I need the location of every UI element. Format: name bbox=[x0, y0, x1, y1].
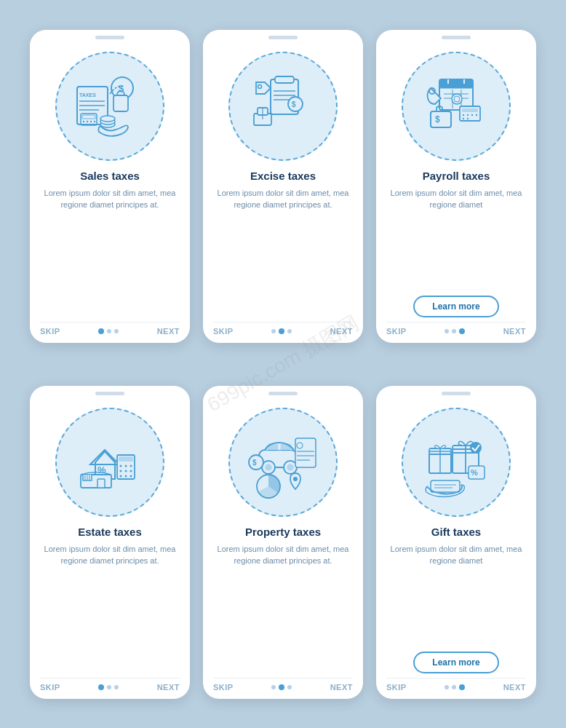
svg-rect-39 bbox=[462, 108, 478, 112]
svg-point-48 bbox=[452, 94, 462, 104]
svg-point-10 bbox=[94, 120, 95, 122]
sales-taxes-next[interactable]: NEXT bbox=[157, 327, 180, 336]
svg-point-58 bbox=[120, 470, 122, 472]
svg-rect-18 bbox=[275, 76, 294, 83]
property-taxes-desc: Lorem ipsum dolor sit dim amet, mea regi… bbox=[213, 543, 353, 672]
card-gift-taxes: % Gift taxes Lorem ipsum dolor sit dim a… bbox=[376, 386, 536, 699]
estate-taxes-skip[interactable]: SKIP bbox=[40, 683, 60, 692]
dot-2 bbox=[279, 328, 284, 334]
excise-taxes-skip[interactable]: SKIP bbox=[213, 327, 234, 336]
payroll-taxes-desc: Lorem ipsum dolor sit dim amet, mea regi… bbox=[386, 187, 526, 290]
svg-rect-96 bbox=[431, 480, 460, 492]
svg-point-8 bbox=[87, 120, 88, 122]
svg-text:%: % bbox=[471, 468, 478, 477]
svg-point-41 bbox=[467, 114, 469, 115]
svg-rect-13 bbox=[113, 95, 128, 111]
sales-taxes-dots bbox=[98, 328, 119, 334]
dot-1 bbox=[445, 329, 449, 333]
svg-point-7 bbox=[83, 120, 84, 122]
gift-taxes-icon-area: % bbox=[402, 408, 511, 517]
excise-taxes-desc: Lorem ipsum dolor sit dim amet, mea regi… bbox=[213, 187, 353, 316]
svg-point-63 bbox=[130, 475, 132, 477]
excise-taxes-icon-area: $ bbox=[228, 52, 338, 161]
excise-taxes-dots bbox=[271, 328, 292, 334]
svg-point-93 bbox=[470, 442, 482, 454]
svg-point-9 bbox=[90, 120, 92, 122]
svg-point-42 bbox=[471, 114, 473, 115]
gift-taxes-next[interactable]: NEXT bbox=[503, 683, 526, 692]
estate-taxes-desc: Lorem ipsum dolor sit dim amet, mea regi… bbox=[40, 543, 180, 672]
svg-rect-46 bbox=[431, 111, 451, 127]
estate-taxes-icon-area: % bbox=[55, 408, 164, 517]
payroll-learn-more-button[interactable]: Learn more bbox=[413, 296, 498, 317]
excise-taxes-footer: SKIP NEXT bbox=[213, 322, 353, 336]
payroll-taxes-dots bbox=[445, 328, 465, 334]
sales-taxes-desc: Lorem ipsum dolor sit dim amet, mea regi… bbox=[40, 187, 180, 316]
sales-taxes-skip[interactable]: SKIP bbox=[40, 327, 60, 336]
gift-taxes-desc: Lorem ipsum dolor sit dim amet, mea regi… bbox=[386, 543, 526, 646]
svg-text:$: $ bbox=[292, 100, 296, 108]
card-estate-taxes: % Estate taxes Lorem ipsum dolor s bbox=[30, 386, 190, 699]
svg-text:TAXES: TAXES bbox=[79, 92, 96, 98]
sales-taxes-footer: SKIP NEXT bbox=[40, 322, 180, 336]
svg-point-75 bbox=[287, 464, 293, 470]
dot-3 bbox=[114, 685, 119, 689]
property-taxes-icon-area: $ bbox=[228, 408, 338, 517]
estate-taxes-footer: SKIP NEXT bbox=[40, 678, 180, 692]
property-taxes-skip[interactable]: SKIP bbox=[213, 683, 234, 692]
card-payroll-taxes: $ Payroll taxes Lorem ipsum dolor sit di… bbox=[376, 30, 536, 343]
svg-rect-54 bbox=[119, 456, 133, 462]
property-taxes-dots bbox=[271, 684, 292, 690]
card-excise-taxes: $ Excise taxes Lorem ipsum dolor sit dim… bbox=[203, 30, 363, 343]
dot-1 bbox=[98, 328, 104, 334]
gift-taxes-footer: SKIP NEXT bbox=[386, 678, 526, 692]
svg-point-45 bbox=[467, 117, 469, 119]
dot-1 bbox=[445, 685, 449, 689]
property-taxes-next[interactable]: NEXT bbox=[330, 683, 353, 692]
svg-point-62 bbox=[125, 475, 127, 477]
estate-taxes-icon: % bbox=[70, 422, 150, 502]
dot-1 bbox=[98, 684, 104, 690]
property-taxes-footer: SKIP NEXT bbox=[213, 678, 353, 692]
svg-point-44 bbox=[463, 117, 464, 119]
dot-2 bbox=[452, 329, 456, 333]
payroll-taxes-icon: $ bbox=[416, 66, 496, 146]
gift-taxes-icon: % bbox=[416, 422, 496, 502]
dot-2 bbox=[107, 685, 111, 689]
gift-taxes-dots bbox=[445, 684, 465, 690]
svg-text:$: $ bbox=[435, 114, 440, 124]
payroll-taxes-icon-area: $ bbox=[402, 52, 511, 161]
svg-point-57 bbox=[130, 464, 132, 467]
svg-point-55 bbox=[120, 464, 122, 467]
dot-1 bbox=[271, 329, 276, 333]
card-property-taxes: $ Property taxes Lorem ipsum dolor sit d… bbox=[203, 386, 363, 699]
excise-taxes-next[interactable]: NEXT bbox=[330, 327, 353, 336]
payroll-taxes-next[interactable]: NEXT bbox=[503, 327, 526, 336]
sales-taxes-icon-area: TAXES $ bbox=[55, 52, 164, 161]
dot-3 bbox=[459, 684, 465, 690]
svg-text:$: $ bbox=[252, 459, 257, 467]
svg-rect-71 bbox=[281, 444, 291, 451]
svg-point-56 bbox=[125, 464, 127, 467]
card-sales-taxes: TAXES $ Sales ta bbox=[30, 30, 190, 343]
svg-text:%: % bbox=[97, 464, 106, 475]
svg-point-61 bbox=[120, 475, 122, 477]
excise-taxes-icon: $ bbox=[243, 66, 323, 146]
sales-taxes-title: Sales taxes bbox=[80, 170, 140, 182]
svg-point-59 bbox=[125, 470, 127, 472]
dot-3 bbox=[287, 329, 292, 333]
estate-taxes-next[interactable]: NEXT bbox=[157, 683, 180, 692]
svg-point-73 bbox=[266, 464, 271, 470]
svg-rect-68 bbox=[97, 479, 105, 488]
svg-rect-29 bbox=[439, 79, 473, 88]
property-taxes-icon: $ bbox=[243, 422, 323, 502]
dot-1 bbox=[271, 685, 276, 689]
dot-3 bbox=[287, 685, 292, 689]
gift-taxes-skip[interactable]: SKIP bbox=[386, 683, 407, 692]
gift-learn-more-button[interactable]: Learn more bbox=[413, 652, 498, 673]
dot-3 bbox=[459, 328, 465, 334]
payroll-taxes-title: Payroll taxes bbox=[423, 170, 490, 182]
svg-rect-70 bbox=[268, 444, 278, 451]
payroll-taxes-skip[interactable]: SKIP bbox=[386, 327, 407, 336]
sales-taxes-icon: TAXES $ bbox=[70, 66, 150, 146]
